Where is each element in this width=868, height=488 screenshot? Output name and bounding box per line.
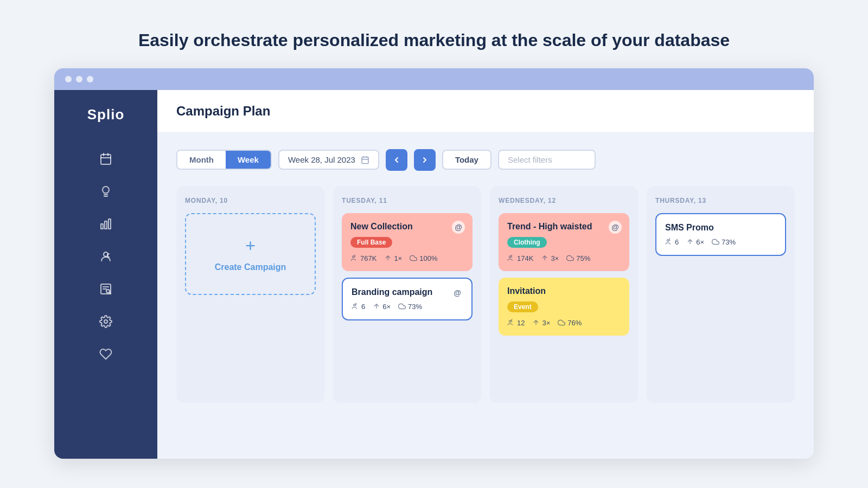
campaign-title-sms-promo: SMS Promo [665, 223, 776, 233]
campaign-stats-new-collection: 767K 1× 100% [350, 254, 464, 262]
stat-contacts-trend: 174K [507, 254, 533, 262]
calendar-icon [99, 152, 112, 165]
stat-multiplier-trend: 3× [541, 254, 559, 262]
calendar-columns: MONDAY, 10 + Create Campaign TUESDAY, 11 [176, 186, 795, 403]
cloud-icon-i [558, 319, 565, 326]
create-campaign-label: Create Campaign [215, 262, 286, 272]
campaign-title-trend: Trend - High waisted [507, 222, 621, 232]
svg-point-26 [667, 240, 669, 242]
contacts-icon-t [507, 254, 515, 262]
top-bar: Campaign Plan [157, 90, 814, 133]
chevron-left-icon [392, 156, 401, 164]
sidebar-item-idea[interactable] [92, 177, 120, 206]
contacts-icon-i [507, 319, 515, 326]
arrow-up-icon-t [541, 254, 548, 262]
stat-multiplier-branding: 6× [373, 303, 391, 311]
date-picker[interactable]: Week 28, Jul 2023 [278, 150, 379, 170]
calendar-picker-icon [361, 156, 369, 164]
stat-percent-branding: 73% [398, 303, 422, 311]
browser-dot-3 [87, 76, 93, 82]
tag-full-base: Full Base [350, 237, 392, 248]
day-header-thursday: THURSDAY, 13 [655, 197, 786, 204]
sidebar-logo: Splio [87, 106, 125, 123]
campaign-stats-branding: 6 6× 73% [352, 303, 463, 311]
campaign-stats-invitation: 12 3× 76% [507, 319, 621, 327]
at-icon-new-collection: @ [452, 221, 465, 234]
day-header-wednesday: WEDNESDAY, 12 [499, 197, 629, 204]
filter-select[interactable]: Select filters [498, 150, 596, 170]
svg-rect-0 [101, 155, 111, 164]
campaign-card-sms-promo[interactable]: SMS Promo 6 6× [655, 213, 786, 256]
stat-percent-sms-promo: 73% [712, 238, 736, 246]
browser-dot-1 [65, 76, 72, 82]
day-column-thursday: THURSDAY, 13 SMS Promo 6 [647, 186, 795, 403]
next-week-button[interactable] [414, 149, 436, 171]
today-button[interactable]: Today [442, 150, 492, 170]
stat-contacts-branding: 6 [352, 303, 365, 311]
contacts-icon-b [352, 303, 359, 310]
svg-rect-4 [101, 224, 103, 229]
cloud-icon-t [566, 254, 574, 262]
arrow-up-icon [384, 254, 392, 262]
month-view-button[interactable]: Month [177, 151, 226, 169]
cloud-icon [410, 254, 417, 262]
arrow-up-icon-s [686, 238, 694, 246]
contacts-icon-s [665, 238, 673, 246]
chevron-right-icon [420, 156, 429, 164]
svg-rect-6 [108, 219, 111, 229]
sidebar-item-settings[interactable] [92, 307, 120, 336]
sidebar-item-favorites[interactable] [92, 340, 120, 368]
sidebar-item-calendar[interactable] [92, 145, 120, 173]
svg-rect-14 [362, 157, 368, 163]
day-header-tuesday: TUESDAY, 11 [342, 197, 473, 204]
create-plus-icon: + [245, 236, 256, 256]
stat-multiplier-invitation: 3× [532, 319, 550, 327]
browser-window: Splio [54, 68, 814, 459]
prev-week-button[interactable] [386, 149, 407, 171]
stat-multiplier-sms-promo: 6× [686, 238, 704, 246]
stat-percent-trend: 75% [566, 254, 590, 262]
sidebar-item-lists[interactable] [92, 275, 120, 303]
sidebar-item-contacts[interactable] [92, 242, 120, 271]
sidebar-nav [54, 145, 157, 368]
svg-point-13 [104, 320, 107, 323]
week-view-button[interactable]: Week [226, 151, 271, 169]
tag-event: Event [507, 301, 538, 312]
svg-point-18 [353, 256, 355, 258]
date-range-label: Week 28, Jul 2023 [288, 155, 355, 164]
sidebar: Splio [54, 90, 157, 459]
campaign-card-branding[interactable]: @ Branding campaign 6 6× [342, 278, 473, 320]
list-search-icon [99, 282, 112, 296]
page-wrapper: Easily orchestrate personalized marketin… [54, 29, 814, 459]
stat-multiplier-new-collection: 1× [384, 254, 402, 262]
sidebar-item-analytics[interactable] [92, 210, 120, 238]
create-campaign-card[interactable]: + Create Campaign [185, 213, 316, 295]
stat-percent-new-collection: 100% [410, 254, 437, 262]
campaign-card-new-collection[interactable]: @ New Collection Full Base 767K [342, 213, 473, 271]
calendar-area: Month Week Week 28, Jul 2023 [157, 133, 814, 419]
browser-bar [54, 68, 814, 90]
svg-point-24 [509, 320, 512, 323]
svg-point-20 [354, 304, 356, 306]
svg-rect-5 [105, 221, 107, 229]
svg-point-22 [509, 256, 512, 258]
cloud-icon-b [398, 303, 406, 310]
filter-placeholder: Select filters [508, 155, 552, 164]
heart-icon [99, 348, 112, 361]
campaign-card-trend[interactable]: @ Trend - High waisted Clothing 174K [499, 213, 629, 271]
main-content: Campaign Plan Month Week Week 28, Jul 20… [157, 90, 814, 459]
day-column-wednesday: WEDNESDAY, 12 @ Trend - High waisted Clo… [490, 186, 638, 403]
headline: Easily orchestrate personalized marketin… [54, 29, 814, 52]
contacts-icon [350, 254, 358, 262]
lightbulb-icon [99, 185, 112, 198]
stat-contacts-invitation: 12 [507, 319, 525, 327]
stat-contacts-sms-promo: 6 [665, 238, 679, 246]
stat-percent-invitation: 76% [558, 319, 582, 327]
campaign-title-branding: Branding campaign [352, 287, 463, 297]
toolbar: Month Week Week 28, Jul 2023 [176, 149, 795, 171]
campaign-title-invitation: Invitation [507, 286, 621, 296]
gear-icon [99, 315, 112, 328]
campaign-card-invitation[interactable]: Invitation Event 12 3× [499, 278, 629, 336]
at-icon-branding: @ [451, 286, 464, 299]
campaign-stats-sms-promo: 6 6× 73% [665, 238, 776, 246]
